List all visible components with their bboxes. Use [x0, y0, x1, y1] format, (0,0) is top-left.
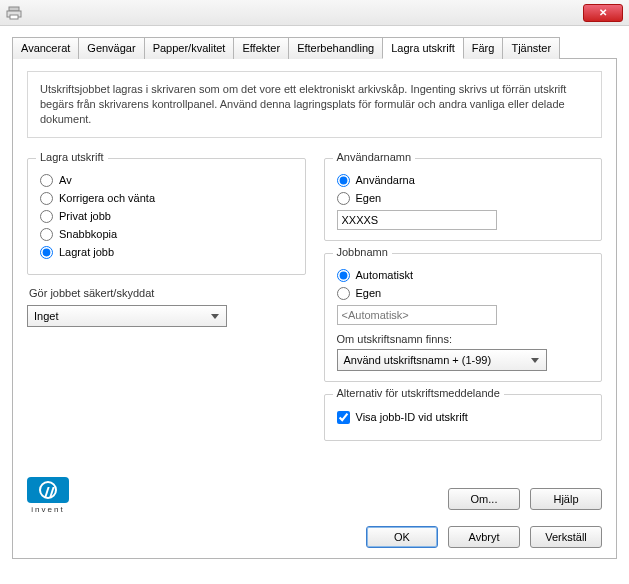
jobname-exists-value: Använd utskriftsnamn + (1-99) — [344, 354, 492, 366]
notify-group: Alternativ för utskriftsmeddelande Visa … — [324, 394, 603, 441]
username-field[interactable] — [337, 210, 497, 230]
hp-logo-icon — [27, 477, 69, 503]
notify-check-label: Visa jobb-ID vid utskrift — [356, 411, 468, 423]
jobname-group: Jobbnamn Automatiskt Egen Om utskriftsna… — [324, 253, 603, 382]
close-button[interactable]: ✕ — [583, 4, 623, 22]
store-opt-proof[interactable]: Korrigera och vänta — [40, 192, 295, 205]
help-button[interactable]: Hjälp — [530, 488, 602, 510]
jobname-field[interactable] — [337, 305, 497, 325]
chevron-down-icon — [528, 354, 542, 368]
chevron-down-icon — [208, 310, 222, 324]
notify-checkbox-row[interactable]: Visa jobb-ID vid utskrift — [337, 411, 592, 424]
notify-title: Alternativ för utskriftsmeddelande — [333, 387, 504, 399]
secure-title: Gör jobbet säkert/skyddat — [29, 287, 306, 299]
hp-logo: invent — [27, 477, 69, 514]
secure-select-value: Inget — [34, 310, 58, 322]
tab-effekter[interactable]: Effekter — [233, 37, 289, 59]
svg-rect-0 — [9, 7, 19, 11]
username-title: Användarnamn — [333, 151, 416, 163]
tab-papper-kvalitet[interactable]: Papper/kvalitet — [144, 37, 235, 59]
store-opt-private[interactable]: Privat jobb — [40, 210, 295, 223]
apply-button[interactable]: Verkställ — [530, 526, 602, 548]
description-text: Utskriftsjobbet lagras i skrivaren som o… — [40, 83, 566, 125]
tabs: Avancerat Genvägar Papper/kvalitet Effek… — [12, 36, 617, 59]
username-opt-auto[interactable]: Användarna — [337, 174, 592, 187]
svg-rect-2 — [10, 15, 18, 19]
store-opt-stored[interactable]: Lagrat jobb — [40, 246, 295, 259]
tab-avancerat[interactable]: Avancerat — [12, 37, 79, 59]
close-icon: ✕ — [599, 7, 607, 18]
ok-button[interactable]: OK — [366, 526, 438, 548]
description-box: Utskriftsjobbet lagras i skrivaren som o… — [27, 71, 602, 138]
username-opt-custom[interactable]: Egen — [337, 192, 592, 205]
jobname-opt-auto[interactable]: Automatiskt — [337, 269, 592, 282]
store-print-group: Lagra utskrift Av Korrigera och vänta Pr… — [27, 158, 306, 275]
tab-lagra-utskrift[interactable]: Lagra utskrift — [382, 37, 464, 59]
jobname-title: Jobbnamn — [333, 246, 392, 258]
tab-genvagar[interactable]: Genvägar — [78, 37, 144, 59]
titlebar: ✕ — [0, 0, 629, 26]
tab-efterbehandling[interactable]: Efterbehandling — [288, 37, 383, 59]
username-group: Användarnamn Användarna Egen — [324, 158, 603, 241]
secure-select[interactable]: Inget — [27, 305, 227, 327]
jobname-opt-custom[interactable]: Egen — [337, 287, 592, 300]
cancel-button[interactable]: Avbryt — [448, 526, 520, 548]
tab-panel: Utskriftsjobbet lagras i skrivaren som o… — [12, 59, 617, 559]
notify-checkbox[interactable] — [337, 411, 350, 424]
about-button[interactable]: Om... — [448, 488, 520, 510]
store-print-title: Lagra utskrift — [36, 151, 108, 163]
printer-icon — [6, 6, 22, 20]
store-opt-quick[interactable]: Snabbkopia — [40, 228, 295, 241]
jobname-exists-select[interactable]: Använd utskriftsnamn + (1-99) — [337, 349, 547, 371]
hp-logo-text: invent — [27, 505, 69, 514]
tab-farg[interactable]: Färg — [463, 37, 504, 59]
tab-tjanster[interactable]: Tjänster — [502, 37, 560, 59]
store-opt-off[interactable]: Av — [40, 174, 295, 187]
jobname-exists-label: Om utskriftsnamn finns: — [337, 333, 592, 345]
